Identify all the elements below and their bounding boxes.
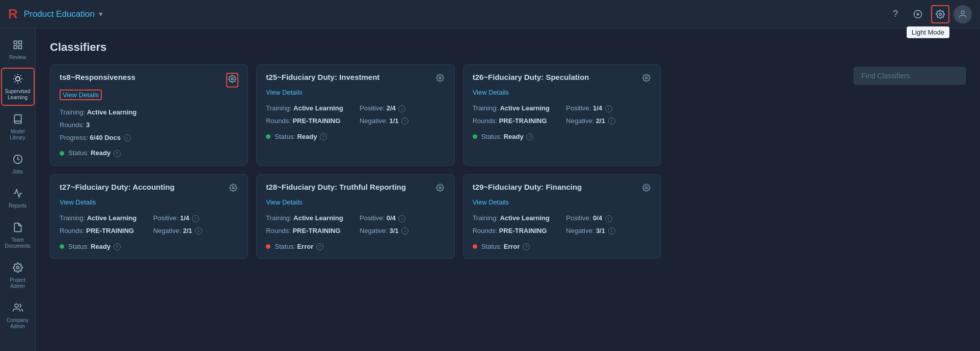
card-t25-status: Status: Ready ? bbox=[266, 133, 445, 141]
model-library-icon bbox=[13, 114, 23, 127]
card-t28-positive: Positive: 0/4 i bbox=[360, 213, 445, 224]
card-ts8-gear-button[interactable] bbox=[226, 73, 238, 87]
card-t28-title: t28~Fiduciary Duty: Truthful Reporting bbox=[266, 183, 406, 191]
review-icon bbox=[13, 40, 23, 52]
classifiers-search-input[interactable] bbox=[854, 67, 966, 84]
card-t28-status-text: Status: Error ? bbox=[275, 243, 323, 251]
card-ts8-status: Status: Ready ? bbox=[60, 149, 238, 157]
status-dot-green bbox=[473, 134, 477, 139]
svg-point-24 bbox=[645, 187, 647, 189]
sidebar-item-project-admin-label: Project Admin bbox=[4, 277, 32, 289]
card-t28-view-details[interactable]: View Details bbox=[266, 198, 302, 206]
sidebar-item-reports-label: Reports bbox=[9, 203, 26, 209]
card-t29-rounds: Rounds: PRE-TRAINING bbox=[473, 226, 558, 237]
negative-info-icon: i bbox=[608, 227, 615, 235]
status-dot-green bbox=[60, 244, 64, 249]
card-t27: t27~Fiduciary Duty: Accounting View Deta… bbox=[50, 174, 248, 259]
card-t29-view-details[interactable]: View Details bbox=[473, 198, 509, 206]
card-ts8-header: ts8~Responsiveness bbox=[60, 73, 238, 87]
card-t26-status: Status: Ready ? bbox=[473, 133, 651, 141]
positive-info-icon: i bbox=[605, 105, 612, 112]
card-t28: t28~Fiduciary Duty: Truthful Reporting V… bbox=[256, 174, 454, 259]
status-help-icon: ? bbox=[526, 133, 533, 140]
svg-point-2 bbox=[961, 11, 964, 14]
card-ts8-status-text: Status: Ready ? bbox=[68, 149, 121, 157]
sidebar-item-supervised-learning[interactable]: Supervised Learning bbox=[1, 68, 35, 106]
settings-button[interactable] bbox=[931, 5, 949, 23]
sidebar-item-project-admin[interactable]: Project Admin bbox=[1, 256, 35, 295]
svg-rect-5 bbox=[14, 46, 17, 49]
status-dot-green bbox=[60, 151, 64, 156]
project-admin-icon bbox=[13, 262, 23, 275]
status-help-icon: ? bbox=[316, 243, 323, 250]
card-t27-positive: Positive: 1/4 i bbox=[153, 213, 239, 224]
card-t25-header: t25~Fiduciary Duty: Investment bbox=[266, 73, 445, 85]
status-dot-green bbox=[266, 134, 270, 139]
supervised-learning-icon bbox=[13, 74, 23, 86]
settings-container: Light Mode bbox=[931, 5, 949, 23]
negative-info-icon: i bbox=[195, 227, 202, 235]
card-t25-view-details[interactable]: View Details bbox=[266, 89, 302, 96]
sidebar-item-model-library[interactable]: Model Library bbox=[1, 108, 35, 146]
card-t29-status-text: Status: Error ? bbox=[481, 243, 530, 251]
sidebar-item-model-library-label: Model Library bbox=[4, 129, 32, 141]
reports-icon bbox=[13, 188, 23, 201]
card-t27-view-details[interactable]: View Details bbox=[60, 198, 96, 206]
help-button[interactable]: ? bbox=[886, 5, 905, 23]
card-ts8-progress: Progress: 6/40 Docs i bbox=[60, 133, 238, 143]
card-t27-header: t27~Fiduciary Duty: Accounting bbox=[60, 183, 238, 195]
card-t26-negative: Negative: 2/1 i bbox=[566, 116, 651, 127]
app-title[interactable]: Product Education ▼ bbox=[24, 9, 104, 19]
negative-info-icon: i bbox=[401, 118, 409, 125]
card-t25-rounds: Rounds: PRE-TRAINING bbox=[266, 116, 351, 127]
avatar[interactable] bbox=[954, 5, 972, 23]
sidebar-item-supervised-learning-label: Supervised Learning bbox=[4, 89, 32, 101]
svg-rect-4 bbox=[18, 41, 21, 44]
card-t29-title: t29~Fiduciary Duty: Financing bbox=[473, 183, 582, 191]
card-t27-status: Status: Ready ? bbox=[60, 243, 238, 251]
card-ts8-training: Training: Active Learning bbox=[60, 107, 238, 118]
card-t28-header: t28~Fiduciary Duty: Truthful Reporting bbox=[266, 183, 445, 195]
card-t27-title: t27~Fiduciary Duty: Accounting bbox=[60, 183, 175, 191]
card-t26-positive: Positive: 1/4 i bbox=[566, 103, 651, 114]
status-help-icon: ? bbox=[114, 150, 121, 157]
share-button[interactable] bbox=[909, 5, 927, 23]
card-t28-gear-button[interactable] bbox=[435, 183, 445, 195]
topnav: R Product Education ▼ ? Light Mode bbox=[0, 0, 980, 28]
sidebar-item-team-documents[interactable]: Team Documents bbox=[1, 216, 35, 254]
card-ts8-title: ts8~Responsiveness bbox=[60, 73, 135, 81]
sidebar-item-reports[interactable]: Reports bbox=[1, 182, 35, 214]
svg-point-17 bbox=[16, 267, 19, 269]
card-t28-body: Training: Active Learning Positive: 0/4 … bbox=[266, 213, 445, 237]
svg-line-11 bbox=[20, 81, 21, 82]
card-t27-status-text: Status: Ready ? bbox=[68, 243, 121, 251]
jobs-icon bbox=[13, 154, 23, 167]
card-t27-rounds: Rounds: PRE-TRAINING bbox=[60, 226, 145, 237]
card-t26-gear-button[interactable] bbox=[641, 73, 651, 85]
sidebar-item-jobs[interactable]: Jobs bbox=[1, 148, 35, 180]
card-ts8-body: Training: Active Learning Rounds: 3 Prog… bbox=[60, 107, 238, 143]
card-t27-gear-button[interactable] bbox=[228, 183, 238, 195]
status-help-icon: ? bbox=[320, 133, 327, 140]
card-t29-status: Status: Error ? bbox=[473, 243, 651, 251]
card-t25-negative: Negative: 1/1 i bbox=[360, 116, 445, 127]
card-t26-view-details[interactable]: View Details bbox=[473, 89, 509, 96]
svg-point-19 bbox=[231, 78, 233, 80]
page-title: Classifiers bbox=[50, 41, 966, 54]
sidebar-item-company-admin[interactable]: Company Admin bbox=[1, 297, 35, 335]
team-documents-icon bbox=[13, 222, 23, 235]
sidebar-item-review[interactable]: Review bbox=[1, 34, 35, 66]
card-t26-status-text: Status: Ready ? bbox=[481, 133, 534, 141]
card-t26-title: t26~Fiduciary Duty: Speculation bbox=[473, 73, 589, 81]
svg-point-21 bbox=[645, 77, 647, 79]
card-t28-training: Training: Active Learning bbox=[266, 213, 351, 224]
svg-rect-6 bbox=[18, 46, 21, 49]
app-logo[interactable]: R bbox=[8, 6, 18, 22]
card-t26-training: Training: Active Learning bbox=[473, 103, 558, 114]
card-t25-gear-button[interactable] bbox=[435, 73, 445, 85]
card-t29-negative: Negative: 3/1 i bbox=[566, 226, 651, 237]
sidebar-item-review-label: Review bbox=[9, 54, 26, 61]
card-ts8-view-details[interactable]: View Details bbox=[60, 90, 102, 100]
card-t29-gear-button[interactable] bbox=[641, 183, 651, 195]
svg-point-1 bbox=[939, 13, 942, 15]
